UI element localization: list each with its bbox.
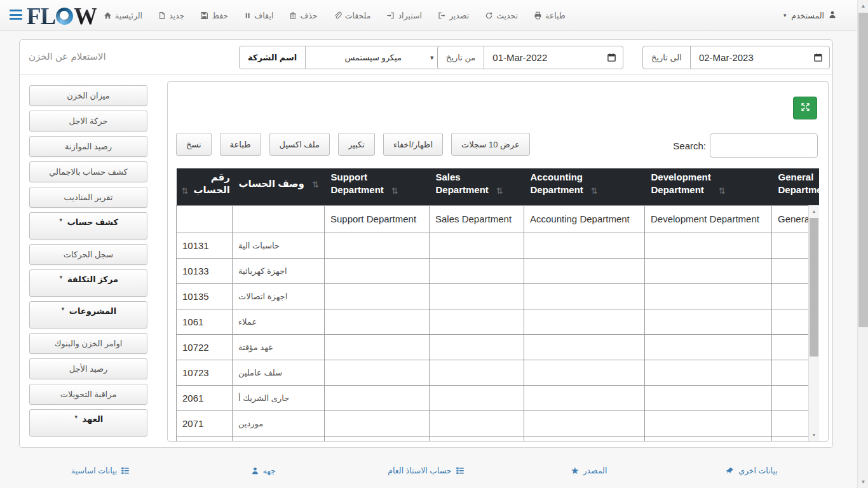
footer-source[interactable]: ★ المصدر [508, 466, 670, 475]
column-header-account-number[interactable]: ⇅رقمالحساب [177, 168, 233, 205]
nav-import[interactable]: استيراد [386, 11, 421, 20]
table-row: 10131 حاسبات الية [177, 233, 820, 258]
nav-export[interactable]: تصدير [438, 11, 469, 20]
value-cell [524, 258, 645, 283]
account-description-cell: سلف عاملين [233, 360, 325, 385]
date-to-input[interactable]: 02-Mar-2023 [690, 46, 830, 69]
filter-cell: Accounting Department [524, 205, 645, 233]
sidebar-item-transfers-monitoring[interactable]: مراقبة التحويلات [29, 384, 147, 405]
filter-cell [177, 205, 233, 233]
value-cell [325, 410, 430, 436]
excel-button[interactable]: ملف اكسيل [269, 133, 330, 156]
value-cell [325, 436, 430, 441]
nav-print[interactable]: طباعة [534, 11, 566, 20]
star-icon: ★ [571, 466, 579, 475]
footer-general-ledger[interactable]: حساب الاستاذ العام [344, 466, 507, 475]
sidebar-item-credit-movement[interactable]: حركة الاجل [29, 111, 147, 132]
print-icon [534, 11, 542, 20]
company-select[interactable]: ميكرو سيستمس ▼ [305, 46, 441, 69]
sort-icon: ⇅ [182, 186, 189, 197]
fullscreen-button[interactable] [793, 97, 817, 119]
nav-new[interactable]: جديد [158, 11, 184, 20]
value-cell [430, 436, 524, 441]
sidebar-item-total-statement[interactable]: كشف حساب بالاجمالي [29, 161, 147, 182]
account-number-cell: 10131 [177, 233, 233, 258]
page-scrollbar[interactable]: ▲ ▼ [857, 0, 868, 488]
column-header-support[interactable]: SupportDepartment⇅ [325, 168, 430, 205]
nav-home[interactable]: الرئيسية [104, 11, 142, 20]
sidebar-item-delegates-report[interactable]: تقرير المناديب [29, 187, 147, 208]
print-button[interactable]: طباعة [220, 133, 261, 156]
sidebar-item-treasury-balance[interactable]: ميزان الخزن [29, 85, 147, 106]
results-panel: نسخ طباعة ملف اكسيل تكبير اظهار/اخفاء عر… [167, 81, 829, 442]
value-cell [524, 360, 645, 385]
date-from-input[interactable]: 01-Mar-2022 [484, 46, 623, 69]
sidebar-item-budget-balance[interactable]: رصيد الموازنة [29, 136, 147, 157]
nav-delete[interactable]: حذف [289, 11, 317, 20]
footer-basic-data[interactable]: بيانات اساسية [19, 466, 182, 475]
footer-nav: بيانات اساسية جهه حساب الاستاذ العام ★ ا… [19, 466, 833, 475]
hamburger-menu-icon[interactable] [10, 10, 22, 20]
footer-other-data[interactable]: بيانات اخري [670, 466, 833, 475]
enlarge-button[interactable]: تكبير [338, 133, 375, 156]
value-cell [645, 410, 772, 436]
user-menu[interactable]: ▼ المستخدم [782, 0, 837, 30]
table-scrollbar[interactable]: ▲ ▼ [808, 205, 819, 441]
sidebar-item-custody[interactable]: ▼العهد [29, 409, 147, 437]
calendar-icon[interactable] [813, 53, 823, 64]
account-description-cell: اجهزة كهربائية [233, 258, 325, 283]
column-header-accounting[interactable]: AccountingDepartment⇅ [524, 168, 645, 205]
filter-cell: Sales Department [430, 205, 524, 233]
page-title: الاستعلام عن الخزن [29, 51, 106, 62]
accounts-table: ⇅رقمالحساب وصف الحساب⇅ SupportDepartment… [176, 168, 819, 441]
table-row: 10722 عهد مؤقتة [177, 334, 820, 360]
value-cell [645, 258, 772, 283]
account-description-cell: موردين [233, 410, 325, 436]
grid-wrapper: ⇅رقمالحساب وصف الحساب⇅ SupportDepartment… [176, 168, 819, 441]
show-records-button[interactable]: عرض 10 سجلات [451, 133, 530, 156]
sidebar-item-cost-center[interactable]: ▼مركز التكلفة [29, 269, 147, 297]
sidebar-item-credit-balance[interactable]: رصيد الأجل [29, 358, 147, 379]
sidebar-item-transactions-log[interactable]: سجل الحركات [29, 244, 147, 265]
nav-attachments[interactable]: ملحقات [334, 11, 371, 20]
value-cell [645, 334, 772, 360]
pin-icon [726, 466, 735, 475]
value-cell [325, 233, 430, 258]
sidebar-item-account-statement[interactable]: ▼كشف حساب [29, 212, 147, 240]
nav-stop[interactable]: ايقاف [244, 11, 273, 20]
scroll-down-icon[interactable]: ▼ [809, 433, 819, 437]
person-icon [251, 466, 259, 475]
value-cell [524, 283, 645, 309]
show-hide-button[interactable]: اظهار/اخفاء [383, 133, 443, 156]
value-cell [430, 385, 524, 410]
user-label: المستخدم [791, 11, 824, 20]
column-header-development[interactable]: DevelopmentDepartment⇅ [645, 168, 772, 205]
chevron-down-icon: ▼ [58, 217, 64, 223]
value-cell [524, 334, 645, 360]
value-cell [430, 410, 524, 436]
sidebar-item-projects[interactable]: ▼المشروعات [29, 301, 147, 329]
footer-entity[interactable]: جهه [182, 466, 344, 475]
value-cell [430, 258, 524, 283]
sidebar-item-treasury-bank-orders[interactable]: اوامر الخزن والبنوك [29, 333, 147, 354]
table-scrollbar-thumb[interactable] [810, 218, 818, 356]
column-header-general[interactable]: GeneralDepartment [772, 168, 820, 205]
home-icon [104, 11, 112, 20]
column-header-account-description[interactable]: وصف الحساب⇅ [233, 168, 325, 205]
page-scrollbar-thumb[interactable] [858, 13, 868, 327]
nav-refresh[interactable]: تحديث [485, 11, 518, 20]
nav-save[interactable]: حفظ [200, 11, 228, 20]
value-cell [430, 309, 524, 334]
scroll-up-icon[interactable]: ▲ [809, 209, 819, 214]
scroll-down-icon[interactable]: ▼ [858, 479, 868, 485]
search-input[interactable] [710, 133, 818, 158]
main-menu: الرئيسية جديد حفظ ايقاف حذف ملحقات استير… [104, 0, 566, 30]
scroll-up-icon[interactable]: ▲ [858, 3, 868, 9]
company-field-group: اسم الشركة ميكرو سيستمس ▼ [239, 46, 441, 69]
copy-button[interactable]: نسخ [176, 133, 212, 156]
calendar-icon[interactable] [607, 53, 616, 64]
sort-icon: ⇅ [496, 186, 503, 197]
save-icon [200, 11, 208, 20]
account-description-cell: جارى الشريك أ [233, 385, 325, 410]
column-header-sales[interactable]: SalesDepartment⇅ [430, 168, 524, 205]
